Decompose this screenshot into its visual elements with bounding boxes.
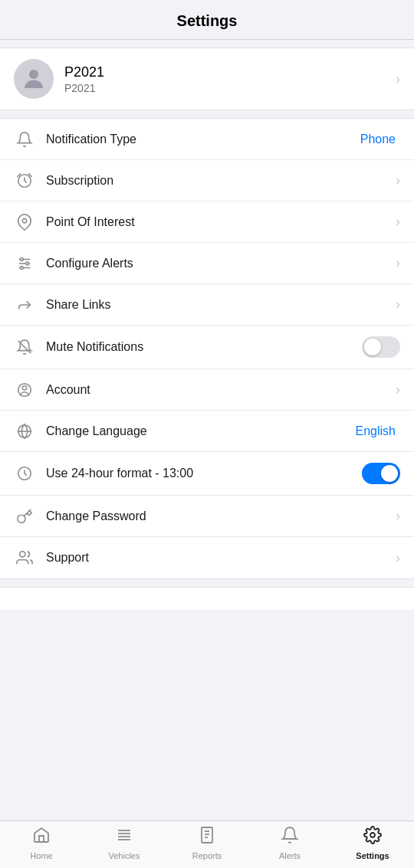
configure-alerts-right: › bbox=[396, 255, 400, 271]
support-chevron: › bbox=[396, 550, 400, 566]
svg-point-0 bbox=[29, 70, 38, 79]
notification-type-value: Phone bbox=[360, 133, 396, 146]
mute-notifications-toggle[interactable] bbox=[362, 336, 400, 358]
mute-notifications-label: Mute Notifications bbox=[46, 340, 362, 354]
point-of-interest-icon bbox=[14, 214, 35, 231]
subscription-row[interactable]: Subscription › bbox=[0, 160, 414, 201]
subscription-icon bbox=[14, 172, 35, 189]
subscription-chevron: › bbox=[396, 172, 400, 188]
account-right: › bbox=[396, 382, 400, 398]
svg-point-7 bbox=[26, 262, 29, 265]
reports-icon bbox=[198, 826, 216, 849]
bottom-navigation: Home Vehicles Reports bbox=[0, 821, 414, 868]
share-links-chevron: › bbox=[396, 296, 400, 313]
notification-type-label: Notification Type bbox=[46, 133, 360, 146]
support-icon bbox=[14, 549, 35, 566]
share-links-icon bbox=[14, 296, 35, 313]
use-24-hour-right bbox=[362, 463, 400, 484]
point-of-interest-right: › bbox=[396, 214, 400, 230]
nav-vehicles-label: Vehicles bbox=[109, 851, 140, 860]
notification-type-row[interactable]: Notification Type Phone bbox=[0, 119, 414, 160]
nav-vehicles[interactable]: Vehicles bbox=[83, 826, 166, 860]
change-password-icon bbox=[14, 508, 35, 525]
change-password-row[interactable]: Change Password › bbox=[0, 496, 414, 537]
partial-row bbox=[0, 587, 414, 610]
change-password-label: Change Password bbox=[46, 509, 396, 523]
content-area: P2021 P2021 › Notification Type Phone bbox=[0, 40, 414, 821]
configure-alerts-label: Configure Alerts bbox=[46, 257, 396, 270]
profile-name: P2021 bbox=[64, 64, 396, 80]
account-row[interactable]: Account › bbox=[0, 369, 414, 411]
support-row[interactable]: Support › bbox=[0, 537, 414, 578]
home-icon bbox=[32, 826, 51, 849]
notification-type-icon bbox=[14, 131, 35, 148]
svg-point-11 bbox=[22, 385, 27, 390]
svg-rect-19 bbox=[202, 827, 212, 843]
svg-point-23 bbox=[370, 833, 375, 837]
mute-notifications-row[interactable]: Mute Notifications bbox=[0, 326, 414, 369]
nav-reports[interactable]: Reports bbox=[166, 826, 248, 860]
subscription-label: Subscription bbox=[46, 174, 396, 188]
support-label: Support bbox=[46, 551, 396, 565]
avatar bbox=[14, 59, 54, 99]
account-chevron: › bbox=[396, 382, 400, 398]
point-of-interest-chevron: › bbox=[396, 214, 400, 230]
page-title: Settings bbox=[177, 12, 238, 29]
share-links-row[interactable]: Share Links › bbox=[0, 284, 414, 326]
change-language-row[interactable]: Change Language English bbox=[0, 411, 414, 452]
use-24-hour-icon bbox=[14, 465, 35, 482]
svg-point-6 bbox=[21, 257, 24, 260]
change-password-right: › bbox=[396, 508, 400, 524]
configure-alerts-row[interactable]: Configure Alerts › bbox=[0, 243, 414, 284]
nav-alerts-label: Alerts bbox=[279, 851, 301, 860]
use-24-hour-row[interactable]: Use 24-hour format - 13:00 bbox=[0, 452, 414, 496]
settings-list: Notification Type Phone Subscription › bbox=[0, 118, 414, 579]
nav-alerts[interactable]: Alerts bbox=[248, 826, 331, 860]
nav-reports-label: Reports bbox=[192, 851, 222, 860]
account-label: Account bbox=[46, 383, 396, 397]
alerts-icon bbox=[281, 826, 299, 849]
use-24-hour-toggle[interactable] bbox=[362, 463, 400, 484]
header: Settings bbox=[0, 0, 414, 40]
svg-point-8 bbox=[21, 266, 24, 269]
support-right: › bbox=[396, 550, 400, 566]
svg-point-2 bbox=[22, 218, 27, 223]
nav-home[interactable]: Home bbox=[0, 826, 83, 860]
change-language-label: Change Language bbox=[46, 424, 356, 438]
nav-settings[interactable]: Settings bbox=[331, 826, 414, 860]
profile-id: P2021 bbox=[64, 82, 396, 94]
configure-alerts-chevron: › bbox=[396, 255, 400, 271]
configure-alerts-icon bbox=[14, 255, 35, 272]
point-of-interest-label: Point Of Interest bbox=[46, 215, 396, 229]
svg-point-14 bbox=[20, 552, 25, 557]
change-language-value: English bbox=[356, 424, 396, 438]
change-language-icon bbox=[14, 423, 35, 440]
profile-info: P2021 P2021 bbox=[64, 64, 396, 94]
nav-settings-label: Settings bbox=[356, 851, 389, 860]
nav-home-label: Home bbox=[30, 851, 52, 860]
subscription-right: › bbox=[396, 172, 400, 188]
mute-notifications-right bbox=[362, 336, 400, 358]
profile-row[interactable]: P2021 P2021 › bbox=[0, 47, 414, 110]
account-icon bbox=[14, 382, 35, 398]
settings-icon bbox=[363, 826, 382, 849]
point-of-interest-row[interactable]: Point Of Interest › bbox=[0, 201, 414, 243]
use-24-hour-label: Use 24-hour format - 13:00 bbox=[46, 467, 362, 480]
mute-notifications-icon bbox=[14, 339, 35, 355]
profile-chevron: › bbox=[396, 71, 400, 87]
change-password-chevron: › bbox=[396, 508, 400, 524]
share-links-label: Share Links bbox=[46, 298, 396, 312]
vehicles-icon bbox=[115, 826, 133, 849]
share-links-right: › bbox=[396, 296, 400, 313]
